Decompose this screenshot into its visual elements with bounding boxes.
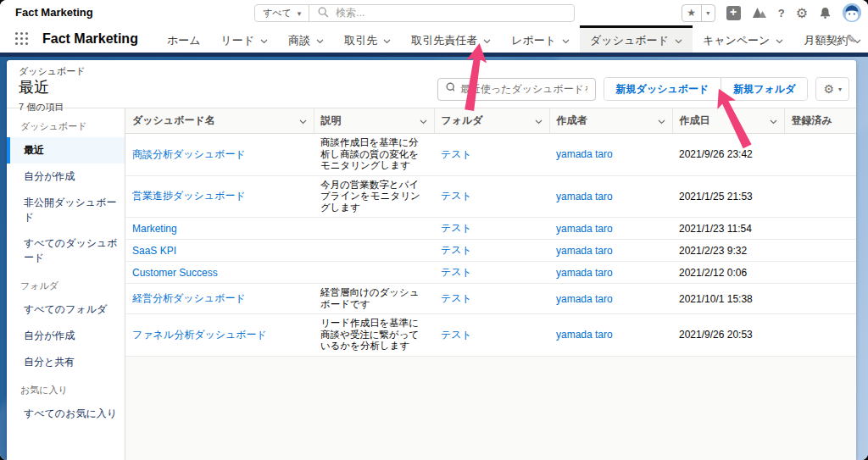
nav-tab-ホーム[interactable]: ホーム [157,25,211,53]
nav-tab-リード[interactable]: リード [211,25,279,53]
column-menu-chevron-icon[interactable] [770,115,777,127]
dashboard-name-cell: 商談分析ダッシュボード [125,134,314,176]
column-header-label: フォルダ [442,114,483,126]
creator-link[interactable]: yamada taro [556,329,613,341]
nav-tab-ダッシュボード[interactable]: ダッシュボード [580,25,693,53]
folder-cell: テスト [434,284,549,314]
creator-cell: yamada taro [549,284,672,314]
sidebar-section-title: お気に入り [7,375,125,401]
sidebar-item-自分と共有[interactable]: 自分と共有 [7,349,125,375]
created-date-cell: 2021/1/25 21:53 [672,175,784,218]
caret-down-icon: ▾ [298,9,302,18]
global-search[interactable]: すべて ▾ 検索... [254,4,575,22]
dashboard-name-link[interactable]: ファネル分析ダッシュボード [132,329,267,341]
global-actions-icon[interactable]: + [726,6,741,20]
list-settings-button[interactable]: ⚙ ▾ [815,77,849,101]
folder-cell: テスト [434,262,549,284]
search-icon [446,82,454,96]
creator-link[interactable]: yamada taro [556,191,613,202]
dashboard-name-link[interactable]: 営業進捗ダッシュボード [132,190,246,202]
registered-cell [784,134,856,176]
folder-cell: テスト [434,218,549,240]
nav-tab-取引先[interactable]: 取引先 [334,25,401,53]
sidebar-item-すべてのお気に入り[interactable]: すべてのお気に入り [7,401,125,427]
folder-link[interactable]: テスト [441,292,472,304]
chevron-down-icon [675,34,682,47]
favorites-button[interactable]: ★ ▾ [682,4,715,22]
dashboards-table-wrap: ダッシュボード名説明フォルダ作成者作成日登録済み 商談分析ダッシュボード商談作成… [125,108,856,460]
dashboard-name-link[interactable]: SaaS KPI [132,245,176,257]
nav-tab-レポート[interactable]: レポート [501,25,580,53]
gear-icon: ⚙ [823,82,834,96]
sidebar-section-title: フォルダ [7,271,125,297]
creator-link[interactable]: yamada taro [556,223,613,235]
search-scope-selector[interactable]: すべて ▾ [255,5,309,21]
creator-link[interactable]: yamada taro [556,267,613,279]
notifications-bell-icon[interactable] [819,6,832,19]
global-search-placeholder[interactable]: 検索... [336,6,364,20]
column-header-説明[interactable]: 説明 [314,108,434,134]
star-icon[interactable]: ★ [682,5,702,21]
column-menu-chevron-icon[interactable] [420,115,427,127]
browser-titlebar: Fact Marketing すべて ▾ 検索... ★ ▾ + ? [0,0,868,25]
column-menu-chevron-icon[interactable] [658,115,665,127]
dashboard-name-link[interactable]: Customer Success [132,267,218,279]
description-cell: 商談作成日を基準に分析し商談の質の変化をモニタリングします [314,134,434,176]
chevron-down-icon [562,34,570,47]
nav-tabs: ホームリード商談取引先取引先責任者レポートダッシュボードキャンペーン月額契約月額… [157,25,868,53]
help-icon[interactable]: ? [778,7,785,19]
nav-tab-商談[interactable]: 商談 [278,25,334,53]
chevron-down-icon [316,34,324,47]
search-scope-label: すべて [263,7,292,19]
column-header-ダッシュボード名[interactable]: ダッシュボード名 [125,108,314,134]
folder-link[interactable]: テスト [441,244,472,256]
column-menu-chevron-icon[interactable] [299,115,307,127]
sidebar-item-自分が作成[interactable]: 自分が作成 [7,323,125,349]
column-header-登録済み[interactable]: 登録済み [784,108,856,134]
dashboard-name-link[interactable]: 商談分析ダッシュボード [132,148,246,160]
table-row: Customer Successテストyamada taro2021/2/12 … [125,262,856,284]
dashboard-name-link[interactable]: Marketing [132,223,177,235]
edit-navigation-pencil-icon[interactable]: ✎ [846,32,856,46]
sidebar-item-最近[interactable]: 最近 [7,137,125,163]
folder-cell: テスト [434,134,549,176]
chevron-down-icon [776,34,783,47]
column-header-作成者[interactable]: 作成者 [549,108,672,134]
dashboard-name-cell: SaaS KPI [125,240,314,262]
column-header-label: 作成者 [557,114,587,126]
description-cell [314,262,434,284]
folder-link[interactable]: テスト [441,222,472,234]
nav-tab-label: レポート [511,33,556,48]
folder-link[interactable]: テスト [441,329,472,341]
nav-tab-label: 取引先 [344,33,377,48]
table-row: 営業進捗ダッシュボード今月の営業数字とパイプラインをモニタリングしますテストya… [125,175,856,218]
folder-link[interactable]: テスト [441,190,472,202]
creator-link[interactable]: yamada taro [556,293,613,305]
chevron-down-icon [383,34,391,47]
folder-link[interactable]: テスト [441,148,472,160]
folder-link[interactable]: テスト [441,266,472,278]
creator-link[interactable]: yamada taro [556,148,613,160]
sidebar-item-非公開ダッシュボード[interactable]: 非公開ダッシュボード [7,190,125,230]
favorites-caret-icon[interactable]: ▾ [702,5,715,21]
table-row: Marketingテストyamada taro2021/1/23 11:54 [125,218,856,240]
app-launcher-waffle-icon[interactable] [15,32,29,46]
creator-link[interactable]: yamada taro [556,245,613,257]
column-header-フォルダ[interactable]: フォルダ [434,108,549,134]
sidebar-item-すべてのフォルダ[interactable]: すべてのフォルダ [7,297,125,323]
setup-gear-icon[interactable]: ⚙ [796,5,808,21]
nav-tab-月額契約[interactable]: 月額契約 [793,25,868,53]
table-row: 経営分析ダッシュボード経営層向けのダッシュボードですテストyamada taro… [125,284,856,314]
sidebar-item-すべてのダッシュボード[interactable]: すべてのダッシュボード [7,230,125,271]
created-date-cell: 2021/9/26 20:53 [672,314,784,357]
table-row: ファネル分析ダッシュボードリード作成日を基準に商談や受注に繋がっているかを分析し… [125,314,856,357]
dashboard-name-link[interactable]: 経営分析ダッシュボード [132,292,246,304]
column-menu-chevron-icon[interactable] [535,115,542,127]
user-avatar[interactable] [843,3,861,22]
nav-tab-label: キャンペーン [703,33,771,48]
description-cell [314,218,434,240]
sidebar-item-自分が作成[interactable]: 自分が作成 [7,163,125,190]
trailhead-icon[interactable] [752,7,767,19]
nav-tab-キャンペーン[interactable]: キャンペーン [693,25,794,53]
dashboard-name-cell: Marketing [125,218,314,240]
